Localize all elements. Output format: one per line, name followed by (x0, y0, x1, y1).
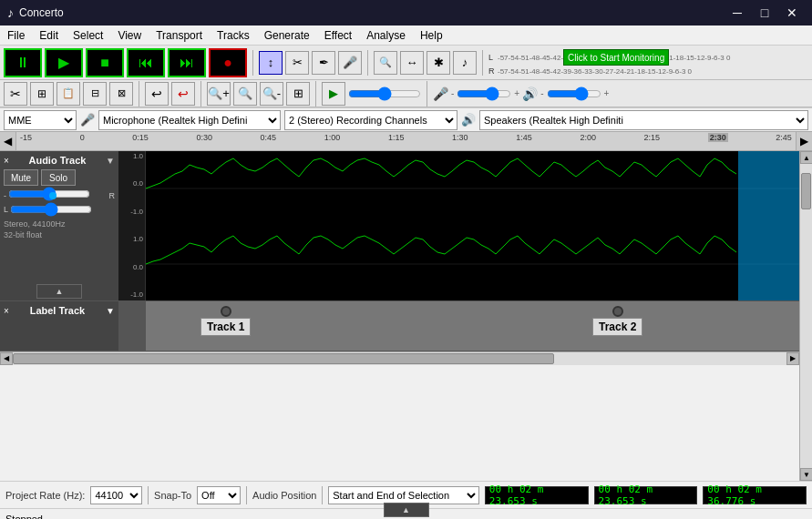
bottom-sep-2 (246, 486, 247, 504)
audio-track-expand[interactable]: ▲ (36, 284, 82, 299)
solo-button[interactable]: Solo (41, 169, 76, 186)
gain-slider[interactable] (8, 188, 90, 199)
cut-tool-button[interactable]: ✂ (285, 51, 309, 75)
audio-track-dropdown[interactable]: ▼ (106, 156, 115, 166)
output-select[interactable]: Speakers (Realtek High Definiti (479, 110, 808, 130)
silence-button[interactable]: ⊠ (109, 82, 133, 106)
label-marker-track2[interactable]: Track 2 (592, 306, 642, 336)
toolbar-separator-3 (482, 50, 483, 76)
next-button[interactable]: ⏭ (168, 48, 206, 77)
zoom-in-button[interactable]: 🔍+ (207, 82, 231, 106)
audio-position-label: Audio Position (252, 490, 316, 501)
fit-button[interactable]: ↔ (400, 51, 424, 75)
menu-effect[interactable]: Effect (317, 27, 359, 44)
loop-button[interactable]: ▶ (322, 82, 345, 106)
time-display-1: 00 h 02 m 23.653 s (485, 486, 589, 504)
scroll-left-btn[interactable]: ◀ (0, 352, 13, 365)
plus-icon-speaker: + (604, 88, 610, 98)
playback-speed-slider[interactable] (348, 87, 421, 100)
selection-mode-select[interactable]: Start and End of Selection (328, 486, 479, 504)
copy-button[interactable]: ⊞ (30, 82, 54, 106)
prev-button[interactable]: ⏮ (127, 48, 165, 77)
label-track-close[interactable]: × (4, 306, 9, 316)
bottom-sep-1 (148, 486, 149, 504)
label-text-track2: Track 2 (592, 318, 642, 336)
mute-button[interactable]: Mute (4, 169, 38, 186)
menu-file[interactable]: File (0, 27, 32, 44)
menu-select[interactable]: Select (66, 27, 110, 44)
v-scrollbar-thumb[interactable] (801, 173, 811, 209)
zoom-out2-button[interactable]: 🔍- (260, 82, 283, 106)
label-track-dropdown[interactable]: ▼ (106, 306, 115, 316)
audio-track-label: × Audio Track ▼ Mute Solo - R (0, 151, 118, 300)
selection-top (738, 151, 799, 227)
window-controls: ─ □ ✕ (725, 4, 805, 22)
vertical-scrollbar[interactable]: ▲ ▼ (799, 151, 812, 481)
horizontal-scrollbar[interactable]: ◀ ▶ (0, 351, 799, 364)
label-db-spacer (118, 301, 146, 351)
audio-track-close[interactable]: × (4, 156, 9, 166)
monitoring-button[interactable]: Click to Start Monitoring (563, 49, 669, 66)
menu-help[interactable]: Help (413, 27, 450, 44)
menu-edit[interactable]: Edit (32, 27, 66, 44)
mic-volume-slider[interactable] (457, 87, 511, 100)
label-marker-track1[interactable]: Track 1 (200, 306, 251, 336)
scroll-right-btn[interactable]: ▶ (786, 352, 799, 365)
play-button[interactable]: ▶ (45, 48, 83, 77)
toolbar-separator-7 (427, 81, 427, 107)
minus-icon-mic: - (451, 88, 454, 98)
menu-generate[interactable]: Generate (257, 27, 317, 44)
menu-view[interactable]: View (110, 27, 149, 44)
title-bar: ♪ Concerto ─ □ ✕ (0, 0, 812, 25)
scrollbar-track[interactable] (13, 352, 786, 365)
label-track-name: Label Track (30, 305, 86, 316)
timeline-scroll-left[interactable]: ◀ (0, 131, 16, 151)
record-button[interactable]: ● (209, 48, 247, 77)
project-rate-select[interactable]: 44100 (90, 486, 142, 504)
menu-transport[interactable]: Transport (149, 27, 210, 44)
scrollbar-thumb[interactable] (13, 353, 554, 364)
channels-select[interactable]: 2 (Stereo) Recording Channels (284, 110, 457, 130)
project-rate-label: Project Rate (Hz): (5, 490, 85, 501)
toolbar-separator-5 (200, 81, 201, 107)
mic-tool-button[interactable]: 🎤 (338, 51, 362, 75)
selection-bottom (738, 227, 799, 300)
stop-button[interactable]: ■ (86, 48, 124, 77)
pan-slider[interactable] (10, 204, 92, 215)
menu-analyse[interactable]: Analyse (359, 27, 413, 44)
undo-button[interactable]: ↩ (145, 82, 169, 106)
trim-button[interactable]: ⊟ (83, 82, 107, 106)
scroll-down-btn[interactable]: ▼ (800, 468, 812, 481)
cut-button[interactable]: ✂ (4, 82, 27, 106)
waveform-display[interactable] (146, 151, 799, 300)
select-tool-button[interactable]: ↕ (259, 51, 283, 75)
speaker-icon: 🔊 (522, 86, 538, 101)
redo-button[interactable]: ↩ (171, 82, 195, 106)
microphone-select[interactable]: Microphone (Realtek High Defini (98, 110, 281, 130)
menu-tracks[interactable]: Tracks (210, 27, 257, 44)
zoom-normal-button[interactable]: 🔍 (233, 82, 257, 106)
menu-bar: File Edit Select View Transport Tracks G… (0, 25, 812, 46)
snap-to-select[interactable]: Off (197, 486, 241, 504)
minimize-button[interactable]: ─ (725, 4, 750, 22)
maximize-button[interactable]: □ (752, 4, 777, 22)
scroll-up-btn[interactable]: ▲ (800, 151, 812, 164)
note-tool-button[interactable]: ♪ (453, 51, 477, 75)
pause-button[interactable]: ⏸ (4, 48, 42, 77)
close-button[interactable]: ✕ (779, 4, 805, 22)
multi-tool-button[interactable]: ✱ (427, 51, 450, 75)
timeline-ruler[interactable]: ◀ -15 0 0:15 0:30 0:45 1:00 1:15 1:30 1:… (0, 131, 812, 151)
speaker-volume-slider[interactable] (547, 87, 601, 100)
timeline-scroll-right[interactable]: ▶ (796, 131, 812, 151)
zoom-fit-button[interactable]: ⊞ (286, 82, 310, 106)
draw-tool-button[interactable]: ✒ (312, 51, 335, 75)
time-display-3: 00 h 02 m 36.776 s (703, 486, 807, 504)
zoom-out-button[interactable]: 🔍 (374, 51, 397, 75)
toolbar-separator-4 (139, 81, 139, 107)
device-row: MME 🎤 Microphone (Realtek High Defini 2 … (0, 107, 812, 131)
v-scrollbar-track[interactable] (800, 164, 812, 468)
plus-icon-mic: + (514, 88, 519, 98)
paste-button[interactable]: 📋 (57, 82, 80, 106)
label-track-content[interactable]: Track 1 Track 2 (146, 301, 799, 351)
interface-select[interactable]: MME (4, 110, 77, 130)
